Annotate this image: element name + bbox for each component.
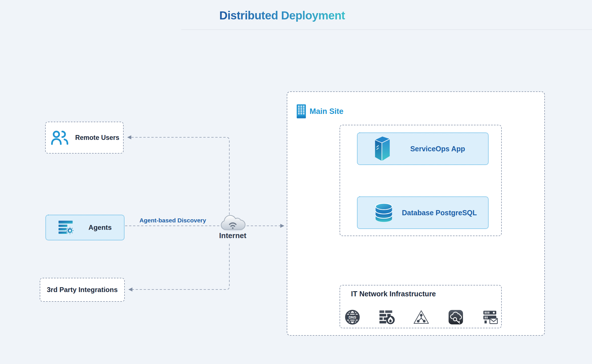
page-title-part2: Deployment xyxy=(281,9,345,22)
page-title-part1: Distributed xyxy=(219,9,278,22)
page-title: Distributed Deployment xyxy=(219,9,345,22)
database-cylinder-icon xyxy=(373,203,395,223)
edge-internet-to-remote-users xyxy=(128,137,229,215)
users-icon xyxy=(51,130,69,146)
third-party-integrations-label: 3rd Party Integrations xyxy=(47,286,118,294)
edge-internet-to-third-party xyxy=(129,244,229,289)
diagram-canvas: Distributed Deployment Remote U xyxy=(0,0,592,364)
cloud-key-icon xyxy=(448,309,464,325)
dns-text: DNS xyxy=(349,315,356,319)
internet-label: Internet xyxy=(204,231,261,240)
third-party-integrations-node: 3rd Party Integrations xyxy=(40,278,125,302)
serviceops-app-label: ServiceOps App xyxy=(391,145,488,153)
network-topology-triangle-icon xyxy=(413,309,429,325)
agent-based-discovery-label: Agent-based Discovery xyxy=(130,217,216,224)
it-infrastructure-icon-row: DNS xyxy=(344,309,498,325)
dns-globe-icon: DNS xyxy=(344,309,360,325)
remote-users-node: Remote Users xyxy=(45,122,124,154)
cloud-wifi-icon xyxy=(219,212,247,232)
main-site-label: Main Site xyxy=(310,107,344,116)
serviceops-app-node: ServiceOps App xyxy=(357,132,489,165)
firewall-flame-icon xyxy=(379,309,395,325)
internet-node xyxy=(219,212,247,232)
header-divider xyxy=(181,29,592,30)
app-cluster-group: ServiceOps App xyxy=(340,125,502,236)
server-tower-icon xyxy=(374,135,391,162)
agents-label: Agents xyxy=(79,224,124,232)
it-network-infrastructure-node: IT Network Infrastructure DNS xyxy=(340,285,502,328)
main-site-header: Main Site xyxy=(296,104,344,119)
it-network-infrastructure-label: IT Network Infrastructure xyxy=(351,290,436,298)
remote-users-label: Remote Users xyxy=(73,134,123,142)
building-icon xyxy=(296,104,306,119)
mail-server-icon xyxy=(482,309,498,325)
agents-node: Agents xyxy=(45,215,125,240)
server-gear-icon xyxy=(57,220,76,235)
database-label: Database PostgreSQL xyxy=(395,209,488,217)
database-node: Database PostgreSQL xyxy=(357,196,489,229)
main-site-group: Main Site xyxy=(287,91,545,336)
